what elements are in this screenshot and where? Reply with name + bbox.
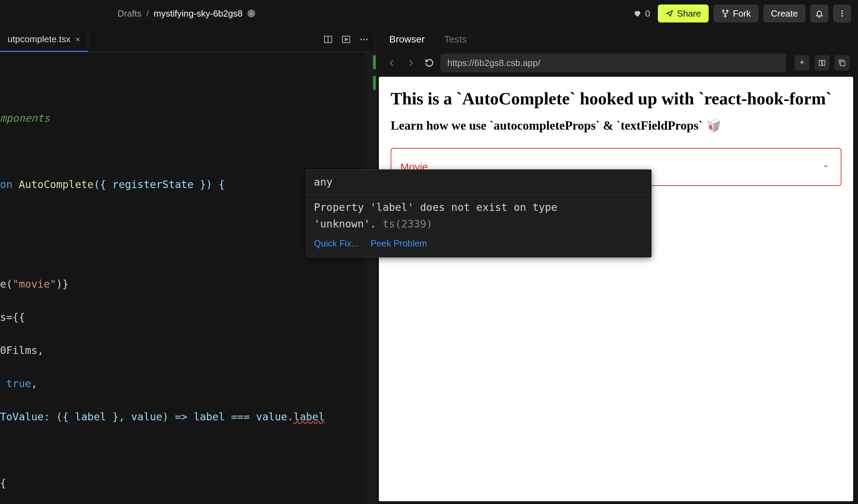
share-icon [665,9,674,18]
code-fn: AutoComplete [19,178,94,190]
new-window-button[interactable] [814,55,830,71]
svg-rect-13 [819,60,822,66]
tab-filename: utpcomplete.tsx [8,34,71,45]
globe-icon[interactable] [248,10,255,17]
fork-button[interactable]: Fork [714,4,758,22]
create-button[interactable]: Create [763,4,805,22]
code: e( [0,278,12,290]
code: 0Films, [0,344,44,356]
code-comment: mponents [0,112,50,124]
hover-diagnostic-popup: any Property 'label' does not exist on t… [306,169,652,258]
hover-tscode: ts(2339) [383,218,433,230]
code-string: "movie" [12,278,56,290]
fork-icon [721,9,729,18]
tab-action-icons [323,27,376,52]
breadcrumb-root[interactable]: Drafts [118,8,141,19]
breadcrumb-project[interactable]: mystifying-sky-6b2gs8 [154,8,243,19]
notifications-button[interactable] [810,4,828,22]
preview-frame: This is a `AutoComplete` hooked up with … [379,77,853,501]
tab-tests[interactable]: Tests [444,34,467,45]
svg-rect-15 [840,61,845,66]
editor-tab[interactable]: utpcomplete.tsx × [0,27,88,52]
svg-point-11 [363,38,365,40]
address-bar[interactable] [440,54,786,72]
code-args: ({ registerState }) { [94,178,225,190]
peek-problem-link[interactable]: Peek Problem [371,235,427,252]
share-button[interactable]: Share [658,4,709,22]
devtools-button[interactable] [794,55,810,71]
more-actions-icon[interactable] [359,35,369,44]
svg-rect-14 [822,60,825,66]
browser-right-icons [794,55,850,71]
svg-point-4 [841,13,843,14]
preview-pane: Browser Tests This is a `AutoComplete` h… [376,27,858,504]
svg-point-3 [841,10,843,12]
breadcrumb-separator: / [146,8,149,19]
svg-point-2 [725,16,726,17]
code-editor[interactable]: mponents on AutoComplete({ registerState… [0,52,376,504]
svg-point-1 [727,10,728,11]
nav-reload-button[interactable] [422,55,437,71]
code-keyword: on [0,178,19,190]
code: , [31,377,37,390]
minimap-change-marker [373,76,376,90]
dots-vertical-icon [838,9,846,18]
close-icon[interactable]: × [75,35,80,44]
popout-button[interactable] [834,55,850,71]
bell-icon [815,9,823,18]
code-bool: true [6,377,31,390]
nav-back-button[interactable] [384,55,400,71]
svg-point-10 [361,38,362,40]
fork-label: Fork [733,8,751,19]
tab-bar-spacer [88,27,323,52]
hover-msg-line1: Property 'label' does not exist on type [314,201,557,213]
chevron-down-icon[interactable] [821,162,830,172]
header-actions: 0 Share Fork Create [633,4,851,22]
preview-heading: This is a `AutoComplete` hooked up with … [391,88,841,109]
code: )} [56,278,69,290]
heart-icon [633,9,642,18]
minimap[interactable] [365,52,376,504]
code: { [0,477,6,489]
likes-count: 0 [645,8,650,19]
browser-toolbar [376,52,858,74]
breadcrumb: Drafts / mystifying-sky-6b2gs8 [118,8,255,19]
minimap-change-marker [373,55,376,69]
app-header: Drafts / mystifying-sky-6b2gs8 0 Share F… [0,0,858,27]
editor-tab-bar: utpcomplete.tsx × [0,27,376,52]
preview-icon[interactable] [341,35,351,44]
hover-signature: any [306,170,651,195]
popout-icon [838,59,846,67]
chevron-right-icon [407,59,415,67]
tab-browser[interactable]: Browser [389,34,425,45]
hover-actions: Quick Fix... Peek Problem [306,234,651,257]
share-label: Share [677,8,701,19]
hover-msg-line2: 'unknown'. [314,218,376,230]
hover-message: Property 'label' does not exist on type … [306,195,651,234]
svg-point-0 [722,10,724,11]
code: s={{ [0,311,25,323]
panels-icon [818,59,826,67]
nav-forward-button[interactable] [403,55,418,71]
preview-subheading: Learn how we use `autocompleteProps` & `… [391,118,841,133]
quick-fix-link[interactable]: Quick Fix... [314,235,359,252]
likes[interactable]: 0 [633,8,650,19]
svg-marker-9 [345,38,348,40]
more-menu-button[interactable] [833,4,851,22]
code [0,377,6,390]
code-error-underline: label [293,411,325,423]
create-label: Create [771,8,798,19]
editor-pane: utpcomplete.tsx × mponents on AutoComple… [0,27,376,504]
svg-point-12 [366,38,368,40]
split-editor-icon[interactable] [323,35,333,44]
code: ToValue: ({ label }, value) => label ===… [0,411,293,423]
svg-point-5 [841,15,843,17]
sparkle-icon [798,59,806,67]
right-tab-bar: Browser Tests [376,27,858,52]
chevron-left-icon [388,59,396,67]
reload-icon [425,58,434,67]
